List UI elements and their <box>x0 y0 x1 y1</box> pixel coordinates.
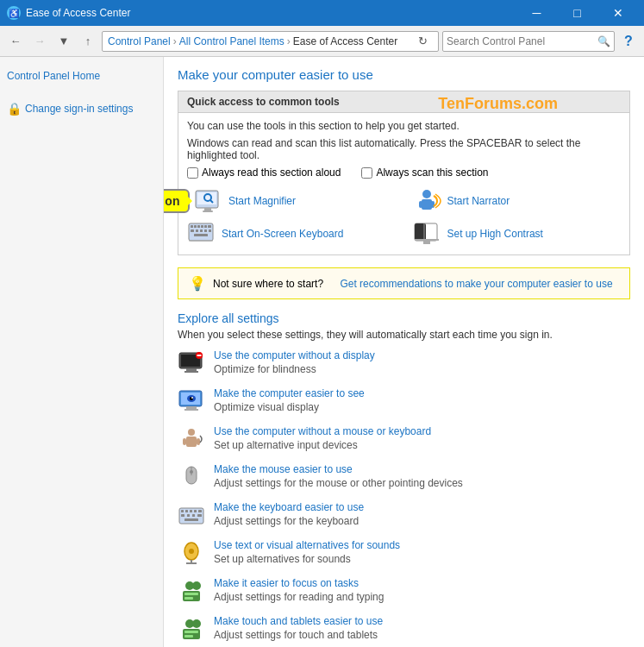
sidebar-item-home[interactable]: Control Panel Home <box>7 67 156 85</box>
contrast-icon <box>413 220 441 248</box>
svg-rect-44 <box>183 438 186 445</box>
recent-pages-button[interactable]: ▼ <box>53 31 74 52</box>
svg-rect-19 <box>200 229 203 232</box>
svg-rect-55 <box>181 514 184 517</box>
setting-easier-to-see: Make the computer easier to see Optimize… <box>178 387 630 415</box>
quick-access-desc1: You can use the tools in this section to… <box>187 120 621 132</box>
svg-rect-57 <box>192 514 195 517</box>
content-area: Make your computer easier to use Quick a… <box>164 57 644 647</box>
svg-rect-58 <box>197 514 202 517</box>
setting-no-mouse: Use the computer without a mouse or keyb… <box>178 425 630 453</box>
refresh-button[interactable]: ↻ <box>412 31 433 52</box>
svg-rect-26 <box>423 223 425 241</box>
svg-point-61 <box>189 549 194 554</box>
svg-rect-3 <box>203 210 213 212</box>
sound-icon <box>178 539 205 567</box>
setting-no-mouse-link[interactable]: Use the computer without a mouse or keyb… <box>214 425 431 437</box>
tool-narrator[interactable]: Start Narrator <box>413 187 622 215</box>
svg-rect-45 <box>197 438 200 445</box>
setting-focus: Make it easier to focus on tasks Adjust … <box>178 577 630 605</box>
close-button[interactable]: ✕ <box>598 0 637 26</box>
quick-access-body: You can use the tools in this section to… <box>178 113 629 254</box>
click-bubble: Click on <box>164 189 190 213</box>
checkbox-always-read-input[interactable] <box>187 167 198 179</box>
setting-sound: Use text or visual alternatives for soun… <box>178 539 630 567</box>
keyboard-icon <box>187 220 215 248</box>
setting-mouse-link[interactable]: Make the mouse easier to use <box>214 463 463 475</box>
window-controls: ─ □ ✕ <box>517 0 637 26</box>
svg-rect-66 <box>183 591 200 601</box>
setting-focus-link[interactable]: Make it easier to focus on tasks <box>214 577 384 589</box>
no-display-icon <box>178 349 205 377</box>
setting-easier-to-see-link[interactable]: Make the computer easier to see <box>214 387 365 399</box>
keyboard-label: Start On-Screen Keyboard <box>222 228 343 240</box>
svg-rect-12 <box>194 225 197 228</box>
svg-rect-16 <box>208 225 211 228</box>
svg-rect-73 <box>184 635 193 638</box>
setting-no-display: Use the computer without a display Optim… <box>178 349 630 377</box>
quick-access-box: Quick access to common tools You can use… <box>178 91 630 255</box>
up-button[interactable]: ↑ <box>78 31 98 52</box>
page-title: Make your computer easier to use <box>178 67 630 82</box>
setting-mouse-desc: Adjust settings for the mouse or other p… <box>214 477 463 489</box>
svg-point-65 <box>192 581 201 590</box>
title-bar: ♿ Ease of Access Center ─ □ ✕ <box>0 0 644 26</box>
checkbox-always-scan-input[interactable] <box>361 167 372 179</box>
breadcrumb-all-items[interactable]: All Control Panel Items <box>179 35 284 47</box>
explore-desc: When you select these settings, they wil… <box>178 329 630 341</box>
svg-rect-51 <box>185 510 188 512</box>
svg-rect-40 <box>186 406 197 409</box>
svg-point-48 <box>190 470 193 474</box>
minimize-button[interactable]: ─ <box>517 0 556 26</box>
search-submit-button[interactable]: 🔍 <box>593 32 614 51</box>
setting-easier-to-see-desc: Optimize visual display <box>214 401 319 413</box>
search-bar: 🔍 <box>442 31 615 52</box>
touch-icon <box>178 615 205 643</box>
sidebar-item-signin[interactable]: Change sign-in settings <box>25 100 133 117</box>
breadcrumb: Control Panel › All Control Panel Items … <box>102 31 439 52</box>
tool-contrast[interactable]: Set up High Contrast <box>413 220 622 248</box>
tools-grid: Click on Start Ma <box>187 187 621 248</box>
maximize-button[interactable]: □ <box>558 0 597 26</box>
svg-rect-13 <box>197 225 200 228</box>
setting-keyboard-desc: Adjust settings for the keyboard <box>214 515 359 527</box>
hint-box: 💡 Not sure where to start? Get recommend… <box>178 267 630 299</box>
svg-rect-14 <box>201 225 203 228</box>
window-title: Ease of Access Center <box>26 7 517 19</box>
svg-rect-54 <box>198 510 202 512</box>
svg-rect-28 <box>423 241 430 244</box>
svg-rect-67 <box>184 593 198 595</box>
svg-rect-41 <box>184 409 198 411</box>
magnifier-label: Start Magnifier <box>228 195 296 207</box>
setting-touch-link[interactable]: Make touch and tablets easier to use <box>214 615 383 627</box>
svg-rect-17 <box>191 229 194 232</box>
setting-mouse: Make the mouse easier to use Adjust sett… <box>178 463 630 491</box>
breadcrumb-control-panel[interactable]: Control Panel <box>108 35 171 47</box>
setting-keyboard-link[interactable]: Make the keyboard easier to use <box>214 501 364 513</box>
quick-access-header: Quick access to common tools <box>178 91 629 113</box>
address-bar: ← → ▼ ↑ Control Panel › All Control Pane… <box>0 26 644 57</box>
svg-rect-7 <box>422 199 432 210</box>
svg-rect-2 <box>204 208 211 210</box>
no-mouse-icon <box>178 425 205 453</box>
svg-rect-9 <box>431 201 435 208</box>
svg-rect-22 <box>194 234 208 236</box>
help-button[interactable]: ? <box>618 31 639 52</box>
checkbox-always-read[interactable]: Always read this section aloud <box>187 166 341 179</box>
contrast-label: Set up High Contrast <box>447 228 543 240</box>
svg-rect-53 <box>194 510 197 512</box>
focus-icon <box>178 577 205 605</box>
tool-magnifier[interactable]: Click on Start Ma <box>187 187 396 215</box>
eye-icon <box>178 387 205 415</box>
setting-sound-link[interactable]: Use text or visual alternatives for soun… <box>214 539 400 551</box>
svg-rect-50 <box>181 510 184 512</box>
back-button[interactable]: ← <box>5 31 26 52</box>
svg-rect-18 <box>196 229 198 232</box>
tool-keyboard[interactable]: Start On-Screen Keyboard <box>187 220 396 248</box>
svg-rect-27 <box>415 239 439 241</box>
hint-link[interactable]: Get recommendations to make your compute… <box>340 278 612 290</box>
search-input[interactable] <box>443 35 593 47</box>
checkbox-always-scan[interactable]: Always scan this section <box>361 166 488 179</box>
forward-button[interactable]: → <box>29 31 50 52</box>
setting-no-display-link[interactable]: Use the computer without a display <box>214 349 375 361</box>
